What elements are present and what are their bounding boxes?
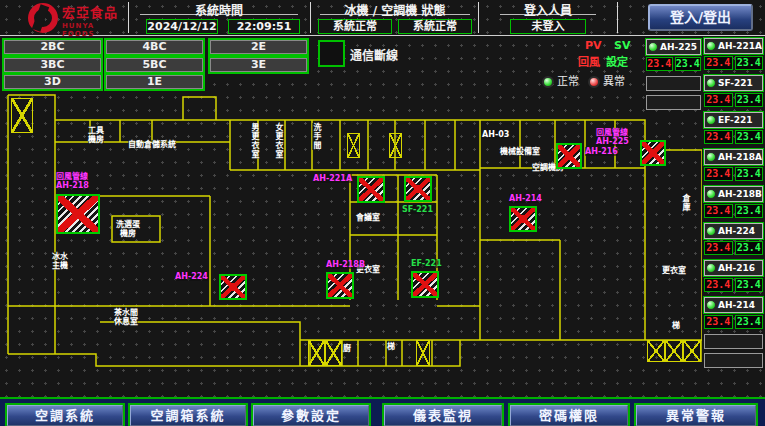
abnormal-label: 異常 (603, 75, 625, 88)
room-label-locker-f: 女更衣室 (274, 123, 283, 159)
unit-values-ah-214: 23.423.4 (704, 315, 763, 329)
comm-disconnect-label: 通信斷線 (350, 46, 398, 63)
nav-password-auth[interactable]: 密碼權限 (510, 405, 628, 426)
floor-button-2bc[interactable]: 2BC (4, 40, 101, 54)
sv-value: 23.4 (735, 204, 764, 218)
room-label-storage: 自動倉儲系統 (128, 140, 176, 149)
unit-ah-214[interactable]: AH-214 (704, 297, 763, 313)
device-icon-ah-216[interactable] (556, 143, 582, 169)
header-bar: 宏亞食品 HUNYA FOODS 系統時間 2024/12/12 22:09:5… (0, 0, 765, 36)
pv-value: 23.4 (704, 130, 733, 144)
floor-button-4bc[interactable]: 4BC (106, 40, 203, 54)
floor-button-2e[interactable]: 2E (210, 40, 307, 54)
legend-normal: 正常 (542, 72, 579, 88)
stair-icon (665, 340, 683, 362)
unit-ah-218b[interactable]: AH-218B (704, 186, 763, 202)
device-label-ef-221: EF-221 (411, 259, 442, 268)
floor-plan: 工具 機房自動倉儲系統男更衣室女更衣室洗手間會議室更衣室AH-03機械設備室空調… (0, 36, 702, 398)
device-label-ah-216: AH-216 (585, 147, 618, 156)
setting-label: 設定 (606, 53, 628, 69)
unit-ah-225[interactable]: AH-225 (646, 39, 701, 55)
machine-status-label: 冰機 / 空調機 狀態 (320, 1, 470, 15)
pv-value: 23.4 (704, 315, 733, 329)
sv-value: 23.4 (735, 167, 764, 181)
brand-logo-icon (28, 3, 58, 33)
unit-status-led-icon (706, 263, 716, 273)
empty-unit-plate (646, 76, 701, 91)
floor-button-3d[interactable]: 3D (4, 75, 101, 89)
unit-values-ah-224: 23.423.4 (704, 241, 763, 255)
floor-plan-walls (0, 36, 702, 398)
room-label-washroom: 洗手間 (312, 123, 321, 150)
sv-header-label: SV (614, 39, 630, 52)
unit-status-led-icon (706, 41, 716, 51)
room-label-stair-b: 梯 (672, 321, 680, 330)
normal-led-icon (542, 76, 554, 88)
unit-values-ah-216: 23.423.4 (704, 278, 763, 292)
unit-ah-216[interactable]: AH-216 (704, 260, 763, 276)
login-logout-button[interactable]: 登入/登出 (648, 4, 753, 31)
unit-values-ah-218a: 23.423.4 (704, 167, 763, 181)
stair-icon (11, 98, 33, 133)
room-label-ah03: AH-03 (482, 130, 509, 139)
unit-ah-221a[interactable]: AH-221A (704, 38, 763, 54)
comm-disconnect-icon (318, 40, 345, 67)
sv-value: 23.4 (735, 241, 764, 255)
room-label-meeting: 會議室 (356, 213, 380, 222)
sv-value: 23.4 (735, 56, 764, 70)
legend-abnormal: 異常 (588, 72, 625, 88)
unit-sf-221[interactable]: SF-221 (704, 75, 763, 91)
login-user-label: 登入人員 (500, 1, 596, 15)
room-label-stair-a: 梯 (387, 342, 395, 351)
device-icon-ah-225[interactable] (640, 140, 666, 166)
unit-name-label: AH-218B (718, 189, 762, 199)
device-label-ah-214: AH-214 (509, 194, 542, 203)
system-time-value: 22:09:51 (228, 19, 300, 34)
device-icon-ef-221[interactable] (411, 271, 439, 298)
device-icon-ah-218b[interactable] (326, 272, 354, 299)
nav-alarm[interactable]: 異常警報 (636, 405, 756, 426)
device-icon-ah-218[interactable] (56, 194, 100, 234)
device-icon-ah-221a[interactable] (357, 176, 385, 203)
device-icon-ah-224[interactable] (219, 274, 247, 300)
device-icon-ah-214[interactable] (509, 206, 537, 232)
device-label-sf-221: SF-221 (402, 205, 433, 214)
unit-status-led-icon (706, 115, 716, 125)
stair-icon (647, 340, 665, 362)
room-label-wash-room: 洗選蛋 機房 (116, 220, 140, 238)
nav-ahu-system[interactable]: 空調箱系統 (130, 405, 246, 426)
sv-value: 23.4 (735, 315, 764, 329)
nav-ac-system[interactable]: 空調系統 (7, 405, 123, 426)
stair-icon (347, 133, 360, 158)
pv-value: 23.4 (704, 204, 733, 218)
header-divider (617, 2, 618, 33)
system-date-value: 2024/12/12 (146, 19, 218, 34)
system-time-label: 系統時間 (140, 1, 298, 15)
floor-button-3bc[interactable]: 3BC (4, 58, 101, 72)
pv-value: 23.4 (704, 56, 733, 70)
stair-icon (416, 340, 430, 366)
nav-param-settings[interactable]: 參數設定 (253, 405, 369, 426)
sv-value: 23.4 (735, 93, 764, 107)
unit-ah-218a[interactable]: AH-218A (704, 149, 763, 165)
unit-status-led-icon (706, 300, 716, 310)
device-label-ah-218b: AH-218B (326, 260, 365, 269)
stair-icon (389, 133, 402, 158)
unit-values-sf-221: 23.423.4 (704, 93, 763, 107)
return-air-label: 回風 (578, 53, 600, 69)
device-label-ah-221a: AH-221A (313, 174, 352, 183)
unit-name-label: AH-224 (718, 226, 755, 236)
device-icon-sf-221[interactable] (404, 176, 432, 202)
nav-meter-monitor[interactable]: 儀表監視 (384, 405, 502, 426)
unit-name-label: EF-221 (718, 115, 753, 125)
floor-button-5bc[interactable]: 5BC (106, 58, 203, 72)
floor-button-3e[interactable]: 3E (210, 58, 307, 72)
header-divider (310, 2, 311, 33)
room-label-locker-right: 更衣室 (662, 266, 686, 275)
unit-values-ah-218b: 23.423.4 (704, 204, 763, 218)
sv-value: 23.4 (675, 57, 702, 71)
unit-ah-224[interactable]: AH-224 (704, 223, 763, 239)
unit-ef-221[interactable]: EF-221 (704, 112, 763, 128)
empty-unit-plate (704, 334, 763, 349)
floor-button-1e[interactable]: 1E (106, 75, 203, 89)
